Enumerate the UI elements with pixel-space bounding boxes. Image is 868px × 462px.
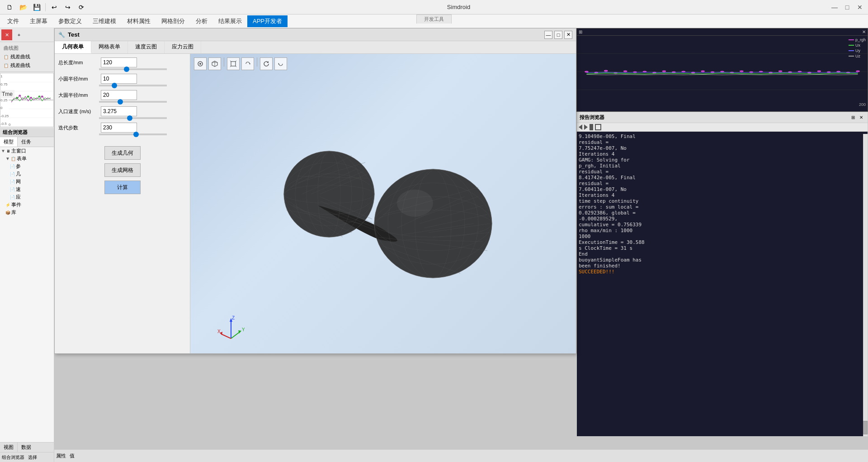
param-small-radius-slider[interactable] (99, 85, 167, 86)
save-btn[interactable]: 💾 (31, 2, 42, 13)
maximize-btn[interactable]: □ (843, 3, 852, 12)
stop-btn[interactable] (590, 124, 593, 130)
curve-chart-title: 曲线图 (2, 44, 52, 52)
dialog-minimize-btn[interactable]: — (544, 31, 552, 39)
param-total-length-label: 总长度/mm (58, 59, 99, 66)
fit-view-btn[interactable] (227, 57, 240, 70)
app-title: Simdroid (447, 4, 470, 10)
tab-stress[interactable]: 应力云图 (165, 41, 201, 53)
data-tab[interactable]: 数据 (18, 443, 35, 452)
svg-point-46 (199, 63, 201, 65)
console-line-8: 8.41742e-005, Final (579, 175, 866, 181)
console-line-7: residual = (579, 169, 866, 175)
param-inlet-velocity-slider[interactable] (99, 117, 167, 119)
tree-stress[interactable]: 📄 应 (0, 193, 54, 201)
residual-curve-2[interactable]: 📋 残差曲线 (2, 61, 52, 70)
tree-geo[interactable]: 📄 几 (0, 170, 54, 178)
param-small-radius: 小圆半径/mm (58, 74, 186, 86)
tab-velocity[interactable]: 速度云图 (128, 41, 165, 53)
report-scrollbar[interactable] (863, 134, 868, 436)
console-line-16: cumulative = 0.756339 (579, 222, 866, 228)
task-tab[interactable]: 任务 (18, 137, 35, 147)
param-total-length-input[interactable] (101, 57, 137, 67)
chart-y-5: 0 (0, 106, 9, 110)
param-iterations-slider[interactable] (99, 133, 167, 135)
generate-geometry-btn[interactable]: 生成几何 (104, 146, 141, 160)
console-line-15: -0.000289529, (579, 216, 866, 222)
tab-mesh[interactable]: 网格表单 (91, 41, 128, 53)
refresh-view-btn[interactable] (260, 57, 273, 70)
console-line-6: p_rgh, Initial (579, 163, 866, 169)
combine-browser-header: 组合浏览器 (0, 128, 54, 137)
tree-velocity[interactable]: 📄 速 (0, 186, 54, 193)
param-inlet-velocity-input[interactable] (101, 106, 137, 116)
calculate-btn[interactable]: 计算 (104, 181, 141, 194)
generate-mesh-btn[interactable]: 生成网格 (104, 163, 141, 177)
left-new-btn[interactable]: + (14, 29, 24, 40)
tree-mesh[interactable]: 📄 网 (0, 178, 54, 186)
report-close-btn[interactable]: ✕ (858, 114, 865, 121)
menu-mesh[interactable]: 网格剖分 (156, 15, 190, 27)
report-scrollbar-thumb[interactable] (863, 421, 868, 434)
tree-param[interactable]: 📄 参 (0, 162, 54, 170)
bottom-tabs-row: 视图 数据 (0, 442, 54, 452)
param-large-radius-input[interactable] (101, 90, 137, 100)
close-btn[interactable]: ✕ (855, 3, 864, 12)
menu-3d[interactable]: 三维建模 (87, 15, 122, 27)
tree-main-window[interactable]: ▼ 🖥 主窗口 (0, 147, 54, 155)
param-small-radius-input[interactable] (101, 74, 137, 84)
console-line-4: Iterations 4 (579, 151, 866, 157)
tree-form[interactable]: ▼ 📋 表单 (0, 155, 54, 162)
view-tab[interactable]: 视图 (0, 443, 18, 452)
dev-tools-tab[interactable]: 开发工具 (416, 14, 452, 24)
menu-results[interactable]: 结果展示 (213, 15, 247, 27)
param-large-radius-label: 大圆半径/mm (58, 92, 99, 99)
report-expand-btn[interactable]: ⊞ (849, 114, 857, 121)
param-iterations-input[interactable] (101, 123, 137, 133)
console-line-9: residual = (579, 181, 866, 186)
rotate-x-btn[interactable] (241, 57, 254, 70)
residual-curve-1[interactable]: 📋 残差曲线 (2, 52, 52, 61)
param-total-length-slider[interactable] (99, 68, 167, 70)
svg-point-18 (604, 70, 608, 72)
dialog-maximize-btn[interactable]: □ (554, 31, 562, 39)
menu-analysis[interactable]: 分析 (190, 15, 213, 27)
refresh-btn[interactable]: ⟳ (76, 2, 87, 13)
menu-file[interactable]: 文件 (2, 15, 24, 27)
menu-material[interactable]: 材料属性 (122, 15, 156, 27)
param-iterations-label: 迭代步数 (58, 124, 99, 131)
minimize-btn[interactable]: — (830, 3, 839, 12)
svg-text:Y: Y (242, 327, 245, 332)
tree-event[interactable]: ⚡ 事件 (0, 201, 54, 209)
frame-btn[interactable] (595, 124, 601, 130)
model-tab[interactable]: 模型 (0, 137, 18, 147)
open-file-btn[interactable]: 📂 (18, 2, 28, 13)
rotate-back-btn[interactable] (274, 57, 287, 70)
console-line-26: buoyantSimpleFoam has (579, 257, 866, 263)
residual-header: ⊞ ✕ (577, 29, 868, 36)
menu-home[interactable]: 主屏幕 (24, 15, 53, 27)
play-forward-btn[interactable] (584, 124, 588, 130)
param-small-radius-label: 小圆半径/mm (58, 76, 99, 82)
menu-param[interactable]: 参数定义 (53, 15, 87, 27)
tree-lib[interactable]: 📦 库 (0, 209, 54, 216)
box-view-btn[interactable] (208, 57, 221, 70)
legend-uy: Uy (849, 48, 866, 53)
chart-y-4: 0.25 (0, 98, 9, 102)
camera-btn[interactable] (194, 57, 207, 70)
dialog-close-btn[interactable]: ✕ (564, 31, 572, 39)
play-back-btn[interactable] (579, 124, 582, 130)
redo-btn[interactable]: ↪ (62, 2, 73, 13)
tab-geometry[interactable]: 几何表单 (55, 41, 91, 53)
residual-expand-btn[interactable]: ⊞ (579, 29, 582, 34)
param-iterations: 迭代步数 (58, 123, 186, 135)
svg-point-100 (397, 190, 433, 217)
console-line-5: GAMG: Solving for (579, 157, 866, 163)
left-close-btn[interactable]: ✕ (1, 29, 12, 40)
residual-close-btn[interactable]: ✕ (862, 29, 866, 34)
report-panel-title: 报告浏览器 (580, 114, 604, 121)
new-file-btn[interactable]: 🗋 (4, 2, 15, 13)
undo-btn[interactable]: ↩ (49, 2, 60, 13)
menu-appdev[interactable]: APP开发者 (247, 15, 288, 27)
param-large-radius-slider[interactable] (99, 101, 167, 103)
